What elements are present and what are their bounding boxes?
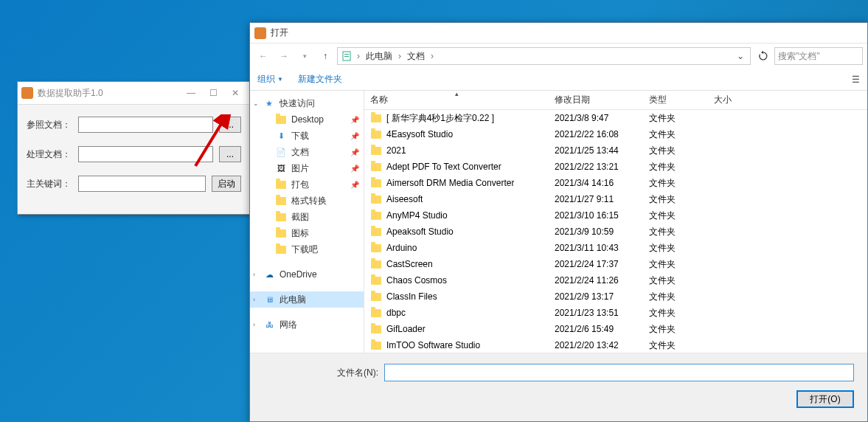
table-row[interactable]: Aimersoft DRM Media Converter 2021/3/4 1… [364, 175, 867, 191]
file-size [708, 175, 767, 191]
table-row[interactable]: Apeaksoft Studio 2021/3/9 10:59 文件夹 [364, 224, 867, 240]
file-list: ▴名称 修改日期 类型 大小 [ 新华字典4秒1步检字0.22 ] 2021/3… [364, 91, 867, 353]
nav-downloads[interactable]: ⬇下载📌 [250, 128, 364, 144]
dialog-icon [254, 27, 266, 39]
nav-xiazaiba[interactable]: 下载吧 [250, 241, 364, 257]
nav-tubiao[interactable]: 图标 [250, 225, 364, 241]
open-button[interactable]: 打开(O) [796, 390, 854, 408]
breadcrumb-thispc[interactable]: 此电脑 [364, 50, 394, 63]
file-type: 文件夹 [643, 126, 708, 142]
folder-icon [371, 163, 381, 171]
file-name: AnyMP4 Studio [386, 210, 448, 221]
list-header: ▴名称 修改日期 类型 大小 [364, 91, 867, 110]
nav-onedrive[interactable]: ›☁OneDrive [250, 266, 364, 283]
file-open-dialog: 打开 ← → ▾ ↑ › 此电脑 › 文档 › ⌄ 搜索"文档" 组织▼ 新建文… [249, 22, 868, 422]
table-row[interactable]: [ 新华字典4秒1步检字0.22 ] 2021/3/8 9:47 文件夹 [364, 110, 867, 126]
refresh-button[interactable] [755, 48, 771, 64]
breadcrumb-documents[interactable]: 文档 [406, 50, 426, 63]
pin-icon: 📌 [350, 165, 359, 173]
file-size [708, 272, 767, 288]
nav-up-button[interactable]: ↑ [316, 47, 334, 65]
app-body: 参照文档： ... 处理文档： ... 主关键词： 启动 [18, 105, 250, 214]
table-row[interactable]: GifLoader 2021/2/6 15:49 文件夹 [364, 321, 867, 337]
close-button[interactable]: ✕ [224, 86, 246, 100]
dialog-footer: 文件名(N): 打开(O) [250, 353, 867, 421]
expand-icon: › [253, 321, 255, 328]
view-options-button[interactable]: ☰ [852, 75, 860, 85]
documents-icon [341, 50, 353, 62]
file-size [708, 224, 767, 240]
file-date: 2021/1/23 13:51 [549, 305, 643, 321]
folder-icon [276, 197, 286, 205]
nav-documents[interactable]: 📄文档📌 [250, 144, 364, 160]
proc-doc-input[interactable] [78, 146, 213, 162]
new-folder-button[interactable]: 新建文件夹 [298, 73, 342, 86]
maximize-button[interactable]: ☐ [202, 86, 224, 100]
table-row[interactable]: 2021 2021/1/25 13:44 文件夹 [364, 142, 867, 159]
svg-rect-3 [344, 56, 349, 57]
table-row[interactable]: AnyMP4 Studio 2021/3/10 16:15 文件夹 [364, 207, 867, 224]
nav-dabao[interactable]: 打包📌 [250, 176, 364, 193]
file-name: Aimersoft DRM Media Converter [386, 178, 514, 188]
organize-menu[interactable]: 组织▼ [257, 73, 283, 86]
file-date: 2021/2/24 11:26 [549, 272, 643, 288]
pin-icon: 📌 [350, 148, 359, 156]
file-date: 2021/3/11 10:43 [549, 240, 643, 256]
table-row[interactable]: CastScreen 2021/2/24 17:37 文件夹 [364, 256, 867, 272]
nav-quick-access[interactable]: ⌄★快速访问 [250, 95, 364, 111]
ref-doc-input[interactable] [78, 117, 213, 133]
sort-asc-icon: ▴ [455, 91, 459, 97]
file-name: Apeaksoft Studio [386, 226, 454, 237]
minimize-button[interactable]: — [180, 86, 202, 100]
proc-doc-browse-button[interactable]: ... [219, 146, 241, 162]
nav-forward-button[interactable]: → [275, 47, 293, 65]
table-row[interactable]: ClassIn Files 2021/2/9 13:17 文件夹 [364, 288, 867, 305]
keyword-input[interactable] [78, 176, 206, 192]
app-titlebar[interactable]: 数据提取助手1.0 — ☐ ✕ [18, 82, 250, 105]
documents-icon: 📄 [275, 146, 287, 158]
file-type: 文件夹 [643, 159, 708, 175]
column-type[interactable]: 类型 [643, 91, 708, 109]
table-row[interactable]: ImTOO Software Studio 2021/2/20 13:42 文件… [364, 337, 867, 353]
nav-pictures[interactable]: 🖼图片📌 [250, 160, 364, 176]
filename-input[interactable] [384, 364, 854, 381]
folder-icon [371, 260, 381, 269]
column-date[interactable]: 修改日期 [549, 91, 643, 109]
ref-doc-browse-button[interactable]: ... [219, 117, 241, 133]
table-row[interactable]: Aiseesoft 2021/1/27 9:11 文件夹 [364, 191, 867, 207]
nav-desktop[interactable]: Desktop📌 [250, 111, 364, 128]
file-name: Adept PDF To Text Converter [386, 162, 501, 172]
table-row[interactable]: Chaos Cosmos 2021/2/24 11:26 文件夹 [364, 272, 867, 288]
file-name: Arduino [386, 243, 417, 253]
file-date: 2021/3/4 14:16 [549, 175, 643, 191]
file-name: ClassIn Files [386, 291, 437, 302]
table-row[interactable]: Arduino 2021/3/11 10:43 文件夹 [364, 240, 867, 256]
svg-rect-2 [344, 54, 349, 55]
file-name: dbpc [386, 308, 406, 318]
nav-geshi[interactable]: 格式转换 [250, 193, 364, 209]
address-box[interactable]: › 此电脑 › 文档 › ⌄ [337, 47, 751, 65]
table-row[interactable]: 4Easysoft Studio 2021/2/22 16:08 文件夹 [364, 126, 867, 142]
toolbar: 组织▼ 新建文件夹 ☰ [250, 69, 867, 91]
nav-network[interactable]: ›🖧网络 [250, 316, 364, 333]
nav-jietu[interactable]: 截图 [250, 209, 364, 225]
file-name: 2021 [386, 145, 406, 156]
nav-recent-button[interactable]: ▾ [296, 47, 313, 65]
table-row[interactable]: Adept PDF To Text Converter 2021/2/22 13… [364, 159, 867, 175]
file-date: 2021/3/9 10:59 [549, 224, 643, 240]
address-dropdown[interactable]: ⌄ [734, 51, 747, 61]
nav-thispc[interactable]: ›🖥此电脑 [250, 291, 364, 308]
expand-icon: › [253, 296, 255, 303]
file-size [708, 159, 767, 175]
dialog-titlebar[interactable]: 打开 [250, 23, 867, 44]
search-input[interactable]: 搜索"文档" [774, 47, 863, 65]
table-row[interactable]: dbpc 2021/1/23 13:51 文件夹 [364, 305, 867, 321]
column-size[interactable]: 大小 [708, 91, 767, 109]
folder-icon [371, 131, 381, 139]
column-name[interactable]: ▴名称 [364, 91, 549, 109]
folder-icon [371, 114, 381, 122]
file-name: Chaos Cosmos [386, 275, 447, 286]
nav-back-button[interactable]: ← [254, 47, 272, 65]
file-type: 文件夹 [643, 142, 708, 159]
start-button[interactable]: 启动 [212, 176, 241, 192]
